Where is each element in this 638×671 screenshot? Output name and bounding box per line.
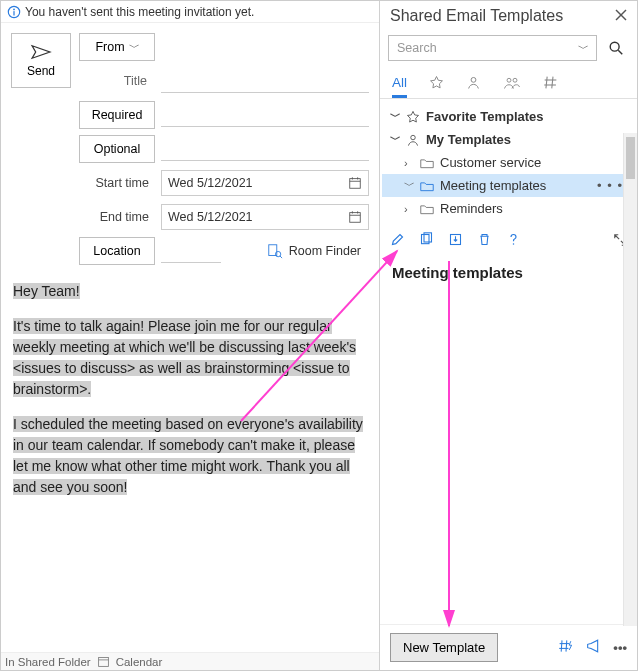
svg-line-23 [546, 76, 547, 88]
tree-item-favorites[interactable]: ﹀ Favorite Templates [382, 105, 637, 128]
tree-scrollbar[interactable] [623, 133, 637, 626]
tree-item-meeting-templates[interactable]: ﹀ Meeting templates • • • [382, 174, 637, 197]
svg-rect-2 [13, 11, 14, 15]
svg-point-22 [513, 78, 517, 82]
svg-line-13 [280, 256, 282, 258]
tree-label: Favorite Templates [426, 109, 544, 124]
tab-all-label: All [392, 75, 407, 90]
tree-item-my-templates[interactable]: ﹀ My Templates [382, 128, 637, 151]
folder-icon [420, 203, 434, 215]
status-folder-text: In Shared Folder [5, 656, 91, 668]
tab-team[interactable] [503, 75, 521, 93]
from-label: From [95, 40, 124, 54]
svg-point-20 [471, 77, 476, 82]
help-icon [506, 232, 521, 247]
required-button[interactable]: Required [79, 101, 155, 129]
title-input[interactable] [161, 69, 369, 93]
import-button[interactable] [448, 232, 463, 250]
room-finder-icon [267, 243, 283, 259]
end-time-label: End time [79, 203, 155, 231]
folder-title: Meeting templates [380, 258, 637, 289]
calendar-small-icon [97, 655, 110, 668]
start-time-value: Wed 5/12/2021 [168, 176, 253, 190]
svg-point-27 [411, 135, 415, 139]
tab-all[interactable]: All [392, 69, 407, 98]
announce-button[interactable] [586, 639, 601, 656]
room-finder-label: Room Finder [289, 244, 361, 258]
tree-label: Customer service [440, 155, 541, 170]
info-icon [7, 5, 21, 19]
more-button[interactable]: ••• [613, 640, 627, 655]
search-input[interactable]: Search ﹀ [388, 35, 597, 61]
folder-toolbar [380, 224, 637, 258]
team-icon [503, 75, 521, 90]
edit-button[interactable] [390, 232, 405, 250]
tree-label: My Templates [426, 132, 511, 147]
hash-shortcut-button[interactable] [558, 639, 574, 656]
folder-icon [420, 157, 434, 169]
svg-point-1 [13, 8, 15, 10]
copy-icon [419, 232, 434, 247]
chevron-down-icon: ﹀ [578, 41, 588, 56]
from-button[interactable]: From ﹀ [79, 33, 155, 61]
person-icon [406, 133, 420, 147]
title-label: Title [79, 67, 155, 95]
search-button[interactable] [603, 35, 629, 61]
tree-item-customer-service[interactable]: › Customer service [382, 151, 637, 174]
close-icon [615, 9, 627, 21]
location-input[interactable] [161, 239, 221, 263]
delete-button[interactable] [477, 232, 492, 250]
svg-point-31 [513, 243, 515, 245]
calendar-icon [348, 176, 362, 190]
import-icon [448, 232, 463, 247]
optional-input[interactable] [161, 137, 369, 161]
body-para-2: It's time to talk again! Please join me … [13, 318, 356, 397]
hash-icon [543, 75, 558, 90]
chevron-right-icon: › [404, 203, 414, 215]
info-bar: You haven't sent this meeting invitation… [1, 1, 379, 23]
message-body[interactable]: Hey Team! It's time to talk again! Pleas… [1, 271, 379, 670]
new-template-button[interactable]: New Template [390, 633, 498, 662]
tree-label: Reminders [440, 201, 503, 216]
svg-point-18 [610, 42, 619, 51]
megaphone-icon [586, 639, 601, 653]
svg-rect-14 [98, 657, 108, 666]
new-template-label: New Template [403, 640, 485, 655]
person-icon [466, 75, 481, 90]
location-button[interactable]: Location [79, 237, 155, 265]
star-icon [429, 75, 444, 90]
optional-label: Optional [94, 142, 141, 156]
required-label: Required [92, 108, 143, 122]
pane-title: Shared Email Templates [390, 7, 563, 25]
chevron-down-icon: ﹀ [390, 132, 400, 147]
close-button[interactable] [615, 8, 627, 24]
tree-item-reminders[interactable]: › Reminders [382, 197, 637, 220]
scrollbar-thumb[interactable] [626, 137, 635, 179]
chevron-down-icon: ﹀ [129, 40, 139, 55]
templates-tree: ﹀ Favorite Templates ﹀ My Templates › Cu… [380, 99, 637, 224]
folder-open-icon [420, 180, 434, 192]
chevron-right-icon: › [404, 157, 414, 169]
svg-line-19 [618, 50, 622, 54]
optional-button[interactable]: Optional [79, 135, 155, 163]
start-time-label: Start time [79, 169, 155, 197]
copy-button[interactable] [419, 232, 434, 250]
tab-favorites[interactable] [429, 75, 444, 93]
start-time-input[interactable]: Wed 5/12/2021 [161, 170, 369, 196]
send-label: Send [27, 64, 55, 78]
help-button[interactable] [506, 232, 521, 250]
svg-rect-7 [350, 213, 361, 223]
status-bar: In Shared Folder Calendar [1, 652, 379, 670]
folder-content-area [380, 289, 637, 624]
required-input[interactable] [161, 103, 369, 127]
status-calendar-text: Calendar [116, 656, 163, 668]
tab-hash[interactable] [543, 75, 558, 93]
send-button[interactable]: Send [11, 33, 71, 88]
room-finder-button[interactable]: Room Finder [267, 243, 361, 259]
tree-label: Meeting templates [440, 178, 546, 193]
svg-point-21 [507, 78, 511, 82]
end-time-input[interactable]: Wed 5/12/2021 [161, 204, 369, 230]
tab-person[interactable] [466, 75, 481, 93]
location-label: Location [93, 244, 140, 258]
chevron-down-icon: ﹀ [404, 178, 414, 193]
